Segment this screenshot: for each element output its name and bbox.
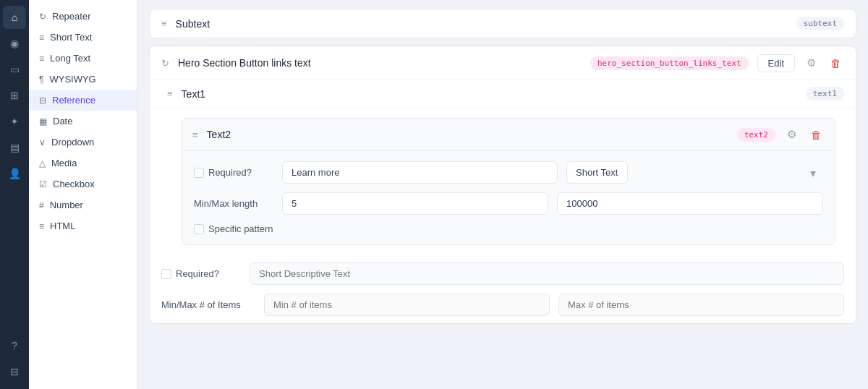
sidebar-item-label: Media bbox=[51, 158, 77, 168]
specific-pattern-wrap: Specific pattern bbox=[194, 223, 273, 234]
question-icon[interactable]: ? bbox=[3, 334, 26, 357]
sidebar-item-label: Dropdown bbox=[51, 137, 94, 148]
edit-button[interactable]: Edit bbox=[757, 54, 795, 72]
hero-repeater-icon: ↻ bbox=[161, 58, 169, 69]
specific-pattern-checkbox[interactable] bbox=[194, 224, 204, 234]
minmax-label: Min/Max length bbox=[194, 198, 273, 209]
sidebar-item-long-text[interactable]: ≡ Long Text bbox=[29, 48, 137, 69]
text1-badge: text1 bbox=[806, 87, 844, 101]
hero-header: ↻ Hero Section Button links text hero_se… bbox=[150, 46, 856, 80]
main-content: ≡ Subtext subtext ↻ Hero Section Button … bbox=[137, 0, 868, 389]
grid-icon[interactable]: ⊞ bbox=[3, 84, 26, 107]
sidebar-item-label: HTML bbox=[50, 221, 75, 231]
sidebar-item-label: Long Text bbox=[50, 53, 90, 64]
html-icon: ≡ bbox=[39, 221, 44, 231]
bottom-required-checkbox[interactable] bbox=[161, 269, 171, 279]
sidebar-item-wysiwyg[interactable]: ¶ WYSIWYG bbox=[29, 69, 137, 90]
sidebar-item-html[interactable]: ≡ HTML bbox=[29, 215, 137, 236]
hero-badge: hero_section_button_links_text bbox=[590, 56, 749, 70]
max-items-input[interactable] bbox=[558, 294, 844, 316]
sidebar-item-label: WYSIWYG bbox=[49, 74, 95, 85]
text2-card: ≡ Text2 text2 ⚙ 🗑 Required? bbox=[182, 118, 835, 245]
page-icon[interactable]: ▭ bbox=[3, 58, 26, 81]
sidebar-item-date[interactable]: ▦ Date bbox=[29, 111, 137, 132]
hero-title: Hero Section Button links text bbox=[178, 57, 582, 69]
sidebar-item-label: Number bbox=[50, 200, 83, 210]
text2-gear-icon[interactable]: ⚙ bbox=[784, 125, 799, 144]
sidebar-item-label: Date bbox=[53, 116, 72, 127]
min-length-input[interactable] bbox=[282, 192, 548, 215]
sidebar-item-reference[interactable]: ⊟ Reference bbox=[29, 90, 137, 111]
sidebar-item-short-text[interactable]: ≡ Short Text bbox=[29, 27, 137, 48]
type-select-wrap: Short Text Long Text Number Email URL bbox=[566, 161, 823, 184]
sidebar-item-media[interactable]: △ Media bbox=[29, 153, 137, 174]
min-items-input[interactable] bbox=[264, 294, 550, 316]
text2-header: ≡ Text2 text2 ⚙ 🗑 bbox=[182, 119, 835, 151]
settings-icon[interactable]: ⊟ bbox=[3, 360, 26, 383]
text1-label: Text1 bbox=[182, 88, 797, 100]
long-text-icon: ≡ bbox=[39, 54, 44, 64]
date-icon: ▦ bbox=[39, 116, 47, 127]
value-input[interactable] bbox=[282, 161, 558, 184]
plugin-icon[interactable]: ✦ bbox=[3, 110, 26, 133]
blog-icon[interactable]: ◉ bbox=[3, 32, 26, 55]
hero-card: ↻ Hero Section Button links text hero_se… bbox=[149, 46, 856, 324]
wysiwyg-icon: ¶ bbox=[39, 74, 43, 85]
bottom-section: Required? Min/Max # of Items bbox=[150, 255, 856, 323]
text2-form: Required? Short Text Long Text Number Em… bbox=[182, 151, 835, 244]
required-label: Required? bbox=[208, 167, 252, 178]
bottom-required-wrap: Required? bbox=[161, 268, 241, 279]
type-select[interactable]: Short Text Long Text Number Email URL bbox=[566, 161, 628, 184]
sidebar: ↻ Repeater ≡ Short Text ≡ Long Text ¶ WY… bbox=[29, 0, 137, 389]
specific-pattern-label: Specific pattern bbox=[208, 223, 273, 234]
reference-icon: ⊟ bbox=[39, 95, 46, 106]
sidebar-item-label: Repeater bbox=[52, 11, 90, 22]
dropdown-icon: ∨ bbox=[39, 137, 46, 148]
sidebar-item-number[interactable]: # Number bbox=[29, 194, 137, 215]
home-icon[interactable]: ⌂ bbox=[3, 6, 26, 29]
users-icon[interactable]: 👤 bbox=[3, 162, 26, 185]
sidebar-item-label: Checkbox bbox=[53, 179, 95, 189]
sidebar-item-label: Short Text bbox=[50, 32, 92, 43]
required-row: Required? Short Text Long Text Number Em… bbox=[194, 161, 823, 184]
text2-label: Text2 bbox=[207, 129, 728, 140]
text1-drag-icon: ≡ bbox=[167, 88, 173, 99]
subtext-card: ≡ Subtext subtext bbox=[149, 9, 856, 38]
sidebar-item-dropdown[interactable]: ∨ Dropdown bbox=[29, 132, 137, 153]
bottom-required-row: Required? bbox=[161, 262, 844, 285]
bottom-required-label: Required? bbox=[176, 268, 219, 279]
text1-row: ≡ Text1 text1 bbox=[150, 80, 856, 108]
subtext-row: ≡ Subtext subtext bbox=[150, 9, 856, 38]
subtext-drag-icon: ≡ bbox=[161, 18, 167, 29]
text2-delete-icon[interactable]: 🗑 bbox=[808, 126, 825, 144]
repeater-icon: ↻ bbox=[39, 12, 46, 22]
subtext-label: Subtext bbox=[176, 18, 788, 30]
subtext-badge: subtext bbox=[796, 17, 844, 30]
max-length-input[interactable] bbox=[557, 192, 823, 215]
number-icon: # bbox=[39, 200, 44, 210]
media-icon: △ bbox=[39, 158, 46, 168]
text2-drag-icon: ≡ bbox=[192, 129, 198, 140]
sidebar-item-repeater[interactable]: ↻ Repeater bbox=[29, 6, 137, 27]
required-checkbox[interactable] bbox=[194, 168, 204, 178]
layout-icon[interactable]: ▤ bbox=[3, 136, 26, 159]
sidebar-item-label: Reference bbox=[52, 95, 95, 106]
bottom-minmax-label: Min/Max # of Items bbox=[161, 299, 255, 310]
hero-delete-icon[interactable]: 🗑 bbox=[827, 54, 844, 72]
bottom-minmax-row: Min/Max # of Items bbox=[161, 294, 844, 316]
short-text-icon: ≡ bbox=[39, 33, 44, 43]
text2-badge: text2 bbox=[737, 128, 775, 142]
minmax-row: Min/Max length bbox=[194, 192, 823, 215]
hero-gear-icon[interactable]: ⚙ bbox=[804, 54, 819, 72]
specific-pattern-row: Specific pattern bbox=[194, 223, 823, 234]
description-input[interactable] bbox=[250, 262, 844, 285]
icon-bar: ⌂ ◉ ▭ ⊞ ✦ ▤ 👤 ? ⊟ bbox=[0, 0, 29, 389]
sidebar-item-checkbox[interactable]: ☑ Checkbox bbox=[29, 174, 137, 194]
required-checkbox-wrap: Required? bbox=[194, 167, 273, 178]
checkbox-icon: ☑ bbox=[39, 179, 47, 189]
